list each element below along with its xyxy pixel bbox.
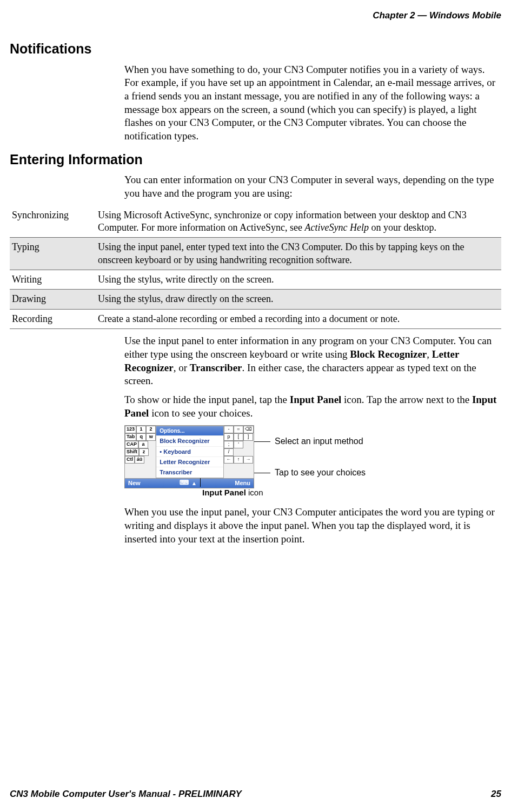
running-footer: CN3 Mobile Computer User's Manual - PREL… <box>10 788 501 800</box>
heading-notifications: Notifications <box>10 40 531 58</box>
input-panel-caption: Input Panel icon <box>202 487 263 498</box>
table-label: Writing <box>10 270 96 290</box>
table-row: Recording Create a stand-alone recording… <box>10 309 501 328</box>
heading-entering-information: Entering Information <box>10 151 531 169</box>
entering-intro-paragraph: You can enter information on your CN3 Co… <box>124 173 501 200</box>
popup-item: Letter Recognizer <box>156 457 223 467</box>
table-desc: Using the input panel, enter typed text … <box>96 238 501 270</box>
popup-options-header: Options... <box>156 426 223 435</box>
softkey-menu: Menu <box>231 479 254 487</box>
table-row: Typing Using the input panel, enter type… <box>10 238 501 270</box>
input-panel-paragraph-3: When you use the input panel, your CN3 C… <box>124 506 501 546</box>
input-methods-table: Synchronizing Using Microsoft ActiveSync… <box>10 206 501 330</box>
keyboard-left-keys: 12312 Tabqw CAPa Shiftz Ctláü <box>125 426 156 478</box>
popup-item-selected: Keyboard <box>156 446 223 457</box>
table-row: Synchronizing Using Microsoft ActiveSync… <box>10 206 501 238</box>
table-desc: Create a stand-alone recording or embed … <box>96 309 501 328</box>
table-label: Drawing <box>10 290 96 309</box>
callout-select-method: Select an input method <box>275 436 363 447</box>
keyboard-right-keys: -=⌫ p[] ;' / ←↑→ <box>224 426 254 478</box>
input-panel-figure: 12312 Tabqw CAPa Shiftz Ctláü Options...… <box>124 425 501 498</box>
table-row: Drawing Using the stylus, draw directly … <box>10 290 501 309</box>
table-row: Writing Using the stylus, write directly… <box>10 270 501 290</box>
softkey-new: New <box>125 479 146 487</box>
footer-title: CN3 Mobile Computer User's Manual - PREL… <box>10 789 242 799</box>
callout-line <box>254 441 270 442</box>
input-panel-arrow-icon: ▲ <box>190 480 198 487</box>
table-desc: Using the stylus, write directly on the … <box>96 270 501 290</box>
callout-tap-choices: Tap to see your choices <box>275 467 366 479</box>
running-header: Chapter 2 — Windows Mobile <box>373 10 501 22</box>
input-panel-paragraph-1: Use the input panel to enter information… <box>124 334 501 388</box>
table-label: Recording <box>10 309 96 328</box>
input-panel-paragraph-2: To show or hide the input panel, tap the… <box>124 393 501 420</box>
notifications-paragraph: When you have something to do, your CN3 … <box>124 63 501 143</box>
callout-line <box>200 478 201 487</box>
page-number: 25 <box>491 788 501 800</box>
callout-line <box>254 473 270 473</box>
popup-item: Block Recognizer <box>156 435 223 446</box>
popup-item: Transcriber <box>156 467 223 477</box>
chapter-title: Chapter 2 — Windows Mobile <box>373 10 501 21</box>
softkey-bar: New ⌨ ▲ Menu <box>124 479 254 488</box>
input-panel-icon: ⌨ <box>179 479 190 487</box>
input-method-popup: Options... Block Recognizer Keyboard Let… <box>156 426 224 478</box>
table-label: Typing <box>10 238 96 270</box>
table-label: Synchronizing <box>10 206 96 238</box>
table-desc: Using the stylus, draw directly on the s… <box>96 290 501 309</box>
table-desc: Using Microsoft ActiveSync, synchronize … <box>96 206 501 238</box>
